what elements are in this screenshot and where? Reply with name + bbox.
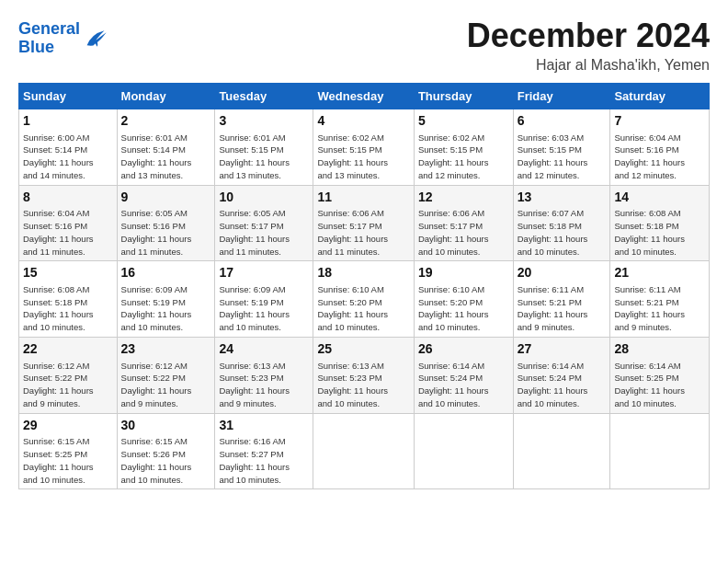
day-number: 2 [121,112,211,131]
day-cell-25: 25Sunrise: 6:13 AM Sunset: 5:23 PM Dayli… [313,337,414,413]
day-cell-20: 20Sunrise: 6:11 AM Sunset: 5:21 PM Dayli… [513,261,610,338]
day-info: Sunrise: 6:12 AM Sunset: 5:22 PM Dayligh… [23,360,113,410]
day-cell-6: 6Sunrise: 6:03 AM Sunset: 5:15 PM Daylig… [513,109,610,186]
day-info: Sunrise: 6:14 AM Sunset: 5:24 PM Dayligh… [418,360,509,410]
day-info: Sunrise: 6:00 AM Sunset: 5:14 PM Dayligh… [23,132,113,182]
day-cell-19: 19Sunrise: 6:10 AM Sunset: 5:20 PM Dayli… [414,261,513,338]
day-number: 5 [418,112,509,131]
day-info: Sunrise: 6:02 AM Sunset: 5:15 PM Dayligh… [317,132,409,182]
day-info: Sunrise: 6:11 AM Sunset: 5:21 PM Dayligh… [518,283,607,334]
day-info: Sunrise: 6:03 AM Sunset: 5:15 PM Dayligh… [518,132,607,182]
day-info: Sunrise: 6:14 AM Sunset: 5:24 PM Dayligh… [518,360,607,410]
day-cell-1: 1Sunrise: 6:00 AM Sunset: 5:14 PM Daylig… [19,109,118,186]
day-cell-3: 3Sunrise: 6:01 AM Sunset: 5:15 PM Daylig… [215,109,313,186]
day-number: 30 [121,417,211,435]
day-number: 12 [418,189,509,207]
day-cell-7: 7Sunrise: 6:04 AM Sunset: 5:16 PM Daylig… [610,109,710,186]
day-cell-27: 27Sunrise: 6:14 AM Sunset: 5:24 PM Dayli… [513,337,610,413]
day-number: 7 [614,112,705,131]
col-header-friday: Friday [513,84,610,109]
day-cell-13: 13Sunrise: 6:07 AM Sunset: 5:18 PM Dayli… [513,185,610,261]
day-info: Sunrise: 6:08 AM Sunset: 5:18 PM Dayligh… [23,283,113,334]
day-number: 15 [23,264,113,282]
day-info: Sunrise: 6:14 AM Sunset: 5:25 PM Dayligh… [614,360,705,410]
empty-cell [513,413,610,489]
day-info: Sunrise: 6:15 AM Sunset: 5:25 PM Dayligh… [23,435,113,486]
day-info: Sunrise: 6:09 AM Sunset: 5:19 PM Dayligh… [219,283,309,334]
day-number: 31 [219,417,309,435]
page: GeneralBlue December 2024 Hajar al Masha… [0,0,728,499]
day-number: 27 [518,340,607,359]
header-area: GeneralBlue December 2024 Hajar al Masha… [18,17,710,74]
day-cell-2: 2Sunrise: 6:01 AM Sunset: 5:14 PM Daylig… [117,109,215,186]
day-info: Sunrise: 6:10 AM Sunset: 5:20 PM Dayligh… [317,283,409,334]
day-number: 22 [23,340,113,359]
day-cell-21: 21Sunrise: 6:11 AM Sunset: 5:21 PM Dayli… [610,261,710,338]
empty-cell [313,413,414,489]
day-number: 28 [614,340,705,359]
col-header-wednesday: Wednesday [313,84,414,109]
calendar-table: SundayMondayTuesdayWednesdayThursdayFrid… [18,83,710,489]
day-info: Sunrise: 6:12 AM Sunset: 5:22 PM Dayligh… [121,360,211,410]
day-info: Sunrise: 6:11 AM Sunset: 5:21 PM Dayligh… [614,283,705,334]
day-number: 6 [518,112,607,131]
day-number: 26 [418,340,509,359]
week-row-5: 29Sunrise: 6:15 AM Sunset: 5:25 PM Dayli… [19,413,710,489]
col-header-sunday: Sunday [19,84,118,109]
day-number: 25 [317,340,409,359]
day-number: 20 [518,264,607,282]
logo: GeneralBlue [18,20,108,57]
day-cell-16: 16Sunrise: 6:09 AM Sunset: 5:19 PM Dayli… [117,261,215,338]
day-info: Sunrise: 6:07 AM Sunset: 5:18 PM Dayligh… [518,207,607,258]
day-cell-9: 9Sunrise: 6:05 AM Sunset: 5:16 PM Daylig… [117,185,215,261]
day-number: 21 [614,264,705,282]
day-info: Sunrise: 6:04 AM Sunset: 5:16 PM Dayligh… [614,132,705,182]
week-row-2: 8Sunrise: 6:04 AM Sunset: 5:16 PM Daylig… [19,185,710,261]
day-cell-29: 29Sunrise: 6:15 AM Sunset: 5:25 PM Dayli… [19,413,118,489]
day-cell-5: 5Sunrise: 6:02 AM Sunset: 5:15 PM Daylig… [414,109,513,186]
day-number: 19 [418,264,509,282]
day-number: 1 [23,112,113,131]
day-cell-31: 31Sunrise: 6:16 AM Sunset: 5:27 PM Dayli… [215,413,313,489]
day-number: 9 [121,189,211,207]
title-area: December 2024 Hajar al Masha'ikh, Yemen [467,17,710,74]
day-info: Sunrise: 6:08 AM Sunset: 5:18 PM Dayligh… [614,207,705,258]
day-info: Sunrise: 6:16 AM Sunset: 5:27 PM Dayligh… [219,435,309,486]
day-number: 3 [219,112,309,131]
col-header-thursday: Thursday [414,84,513,109]
day-info: Sunrise: 6:02 AM Sunset: 5:15 PM Dayligh… [418,132,509,182]
day-cell-10: 10Sunrise: 6:05 AM Sunset: 5:17 PM Dayli… [215,185,313,261]
day-number: 10 [219,189,309,207]
day-number: 17 [219,264,309,282]
week-row-4: 22Sunrise: 6:12 AM Sunset: 5:22 PM Dayli… [19,337,710,413]
day-info: Sunrise: 6:15 AM Sunset: 5:26 PM Dayligh… [121,435,211,486]
day-cell-28: 28Sunrise: 6:14 AM Sunset: 5:25 PM Dayli… [610,337,710,413]
day-number: 8 [23,189,113,207]
day-cell-14: 14Sunrise: 6:08 AM Sunset: 5:18 PM Dayli… [610,185,710,261]
day-cell-4: 4Sunrise: 6:02 AM Sunset: 5:15 PM Daylig… [313,109,414,186]
day-number: 18 [317,264,409,282]
week-row-1: 1Sunrise: 6:00 AM Sunset: 5:14 PM Daylig… [19,109,710,186]
empty-cell [414,413,513,489]
empty-cell [610,413,710,489]
day-info: Sunrise: 6:09 AM Sunset: 5:19 PM Dayligh… [121,283,211,334]
col-header-tuesday: Tuesday [215,84,313,109]
day-info: Sunrise: 6:01 AM Sunset: 5:15 PM Dayligh… [219,132,309,182]
day-cell-18: 18Sunrise: 6:10 AM Sunset: 5:20 PM Dayli… [313,261,414,338]
logo-text: GeneralBlue [18,20,80,57]
day-cell-17: 17Sunrise: 6:09 AM Sunset: 5:19 PM Dayli… [215,261,313,338]
day-number: 14 [614,189,705,207]
day-info: Sunrise: 6:10 AM Sunset: 5:20 PM Dayligh… [418,283,509,334]
day-number: 29 [23,417,113,435]
day-cell-22: 22Sunrise: 6:12 AM Sunset: 5:22 PM Dayli… [19,337,118,413]
month-title: December 2024 [467,17,710,55]
week-row-3: 15Sunrise: 6:08 AM Sunset: 5:18 PM Dayli… [19,261,710,338]
col-header-monday: Monday [117,84,215,109]
col-header-saturday: Saturday [610,84,710,109]
location-title: Hajar al Masha'ikh, Yemen [467,57,710,74]
day-cell-24: 24Sunrise: 6:13 AM Sunset: 5:23 PM Dayli… [215,337,313,413]
day-number: 23 [121,340,211,359]
day-info: Sunrise: 6:04 AM Sunset: 5:16 PM Dayligh… [23,207,113,258]
header-row: SundayMondayTuesdayWednesdayThursdayFrid… [19,84,710,109]
day-number: 16 [121,264,211,282]
